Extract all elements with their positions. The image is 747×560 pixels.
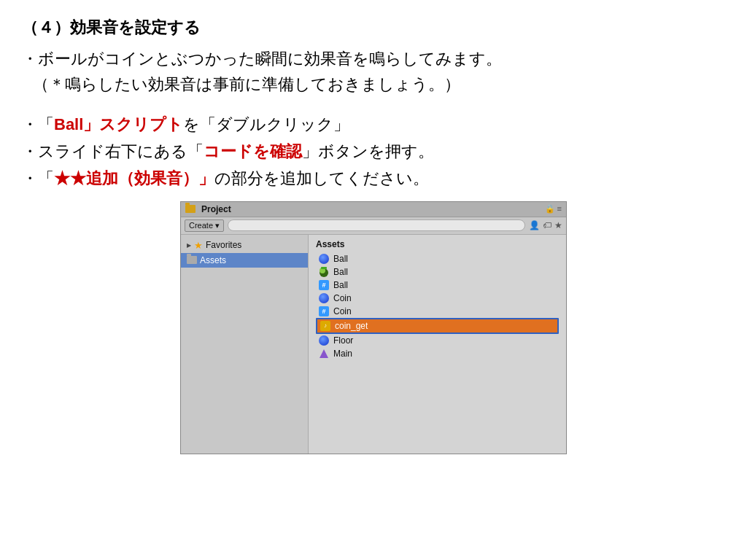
bullet3-prefix: ・スライド右下にある「 <box>22 142 204 160</box>
panel-body: ▶ ★ Favorites Assets Assets BallBall#Bal… <box>181 235 566 454</box>
asset-item[interactable]: ♪coin_get <box>316 318 559 334</box>
panel-title: Project <box>201 204 231 214</box>
left-panel: ▶ ★ Favorites Assets <box>181 235 309 454</box>
lock-icon: 🔒 ≡ <box>545 204 562 214</box>
indent1: （＊鳴らしたい効果音は事前に準備しておきましょう。） <box>22 71 725 97</box>
asset-name: coin_get <box>335 321 368 331</box>
script-icon: # <box>319 280 329 290</box>
panel-titlebar: Project 🔒 ≡ <box>181 202 566 217</box>
ball-green-icon <box>319 267 329 277</box>
asset-name: Floor <box>333 335 353 346</box>
bullet1: ・ボールがコインとぶつかった瞬間に効果音を鳴らしてみます。 <box>22 46 725 71</box>
asset-item[interactable]: Coin <box>316 292 559 305</box>
star-toolbar-icon[interactable]: ★ <box>554 220 562 230</box>
bullet4-suffix: の部分を追加してください。 <box>214 169 429 187</box>
folder-icon <box>185 205 196 213</box>
asset-name: Ball <box>333 254 348 264</box>
assets-header: Assets <box>316 239 559 249</box>
bullet1-block: ・ボールがコインとぶつかった瞬間に効果音を鳴らしてみます。 （＊鳴らしたい効果音… <box>22 46 725 97</box>
ball-icon <box>319 293 329 303</box>
script-icon: # <box>319 306 329 316</box>
bullet2-suffix: を「ダブルクリック」 <box>183 115 349 133</box>
assets-folder-icon <box>187 256 197 264</box>
scene-icon <box>319 349 329 359</box>
tag-icon[interactable]: 🏷 <box>543 220 551 230</box>
heading: （４）効果音を設定する <box>22 15 725 40</box>
asset-name: Ball <box>333 267 348 277</box>
bullet3-suffix: 」ボタンを押す。 <box>302 142 434 160</box>
assets-label: Assets <box>200 255 226 265</box>
asset-name: Coin <box>333 306 352 316</box>
asset-list: BallBall#BallCoin#Coin♪coin_getFloorMain <box>316 252 559 360</box>
bullet-section: ・「Ball」スクリプトを「ダブルクリック」 ・スライド右下にある「コードを確認… <box>22 111 725 192</box>
bullet4-prefix: ・「 <box>22 169 54 187</box>
bullet4-red: ★★追加（効果音）」 <box>54 169 214 187</box>
ball-icon <box>319 335 329 346</box>
sidebar-item-favorites[interactable]: ▶ ★ Favorites <box>181 238 308 253</box>
asset-item[interactable]: #Ball <box>316 279 559 292</box>
people-icon[interactable]: 👤 <box>529 220 540 230</box>
bullet2-prefix: ・「 <box>22 115 54 133</box>
asset-item[interactable]: Floor <box>316 334 559 347</box>
asset-name: Main <box>333 349 352 359</box>
asset-item[interactable]: Main <box>316 347 559 360</box>
triangle-icon: ▶ <box>187 242 191 249</box>
ball-icon <box>319 254 329 264</box>
page-content: （４）効果音を設定する ・ボールがコインとぶつかった瞬間に効果音を鳴らしてみます… <box>0 0 747 469</box>
search-input[interactable] <box>228 219 525 231</box>
sidebar-item-assets[interactable]: Assets <box>181 253 308 268</box>
asset-item[interactable]: #Coin <box>316 305 559 318</box>
svg-marker-3 <box>320 349 328 358</box>
unity-panel-wrapper: Project 🔒 ≡ Create ▾ 👤 🏷 ★ ▶ <box>22 201 725 454</box>
asset-item[interactable]: Ball <box>316 265 559 279</box>
asset-name: Coin <box>333 293 352 303</box>
bullet3-line: ・スライド右下にある「コードを確認」ボタンを押す。 <box>22 138 725 165</box>
favorites-star-icon: ★ <box>194 240 203 251</box>
bullet2-line: ・「Ball」スクリプトを「ダブルクリック」 <box>22 111 725 138</box>
audio-icon: ♪ <box>320 321 330 331</box>
favorites-label: Favorites <box>206 240 241 250</box>
asset-item[interactable]: Ball <box>316 252 559 265</box>
toolbar-row: Create ▾ 👤 🏷 ★ <box>181 217 566 235</box>
unity-panel: Project 🔒 ≡ Create ▾ 👤 🏷 ★ ▶ <box>180 201 567 454</box>
svg-rect-2 <box>321 267 327 269</box>
bullet2-red: Ball」スクリプト <box>54 115 183 133</box>
bullet3-red: コードを確認 <box>204 142 302 160</box>
bullet4-line: ・「★★追加（効果音）」の部分を追加してください。 <box>22 165 725 192</box>
create-button[interactable]: Create ▾ <box>185 219 224 232</box>
right-panel: Assets BallBall#BallCoin#Coin♪coin_getFl… <box>309 235 566 454</box>
toolbar-icons: 👤 🏷 ★ <box>529 220 562 230</box>
heading-block: （４）効果音を設定する <box>22 15 725 40</box>
asset-name: Ball <box>333 280 348 290</box>
